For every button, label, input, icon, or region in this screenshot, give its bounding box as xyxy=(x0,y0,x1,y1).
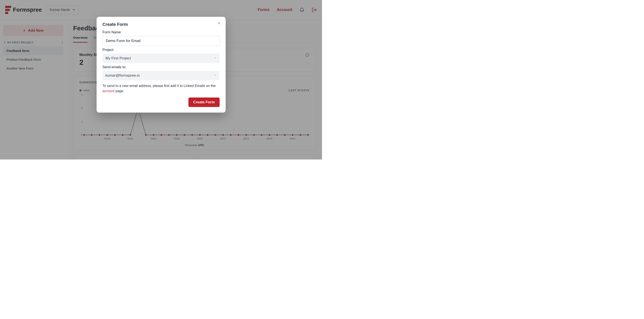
modal-close-button[interactable] xyxy=(217,21,221,26)
form-name-label: Form Name: xyxy=(102,30,220,34)
send-to-select[interactable]: kumar@formspree.io xyxy=(102,71,220,80)
form-name-input[interactable] xyxy=(102,36,220,46)
chevron-down-icon xyxy=(211,56,216,61)
modal-overlay[interactable]: Create Form Form Name: Project: My First… xyxy=(0,0,322,160)
create-form-button[interactable]: Create Form xyxy=(188,98,220,107)
project-select-value: My First Project xyxy=(106,56,131,61)
modal-title: Create Form xyxy=(102,22,220,27)
send-to-label: Send emails to: xyxy=(102,65,220,69)
account-link[interactable]: account xyxy=(102,89,115,93)
project-select[interactable]: My First Project xyxy=(102,54,220,63)
close-icon xyxy=(217,21,221,25)
send-to-value: kumar@formspree.io xyxy=(106,73,140,78)
chevron-down-icon xyxy=(211,73,216,78)
create-form-modal: Create Form Form Name: Project: My First… xyxy=(96,17,226,113)
helper-text: To send to a new email address, please f… xyxy=(102,83,220,94)
project-label: Project: xyxy=(102,48,220,52)
modal-footer: Create Form xyxy=(102,98,220,107)
